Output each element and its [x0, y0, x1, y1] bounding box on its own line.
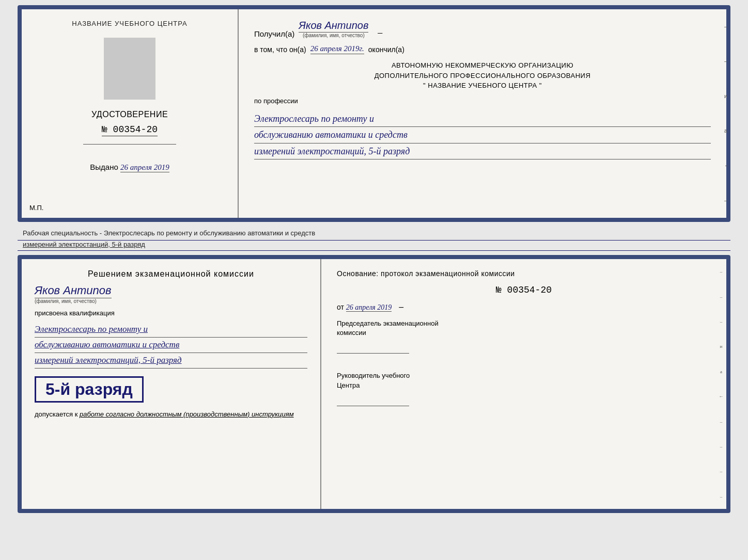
grade-badge: 5-й разряд: [35, 376, 144, 403]
osnovanie-title: Основание: протокол экзаменационной коми…: [337, 269, 711, 278]
institution-block: АВТОНОМНУЮ НЕКОММЕРЧЕСКУЮ ОРГАНИЗАЦИЮ ДО…: [254, 60, 711, 91]
bottom-profession-line3: измерений электростанций, 5-й разряд: [35, 353, 307, 369]
bottom-person-subtitle: (фамилия, имя, отчество): [35, 298, 97, 304]
institution-line2: ДОПОЛНИТЕЛЬНОГО ПРОФЕССИОНАЛЬНОГО ОБРАЗО…: [254, 71, 711, 81]
recipient-name: Яков Антипов: [299, 20, 368, 33]
rukovoditel-line2: Центра: [337, 381, 711, 390]
bottom-profession-line2: обслуживанию автоматики и средств: [35, 338, 307, 353]
side-marks-top: – – и а ← –: [724, 9, 729, 218]
middle-text-block: Рабочая специальность - Электрослесарь п…: [18, 226, 730, 251]
ot-dash: –: [399, 302, 403, 311]
date-value: 26 апреля 2019г.: [310, 44, 364, 54]
institution-line3: " НАЗВАНИЕ УЧЕБНОГО ЦЕНТРА ": [254, 81, 711, 91]
vydano-date: 26 апреля 2019: [120, 163, 169, 172]
bottom-profession-line1: Электрослесарь по ремонту и: [35, 322, 307, 338]
mp-label: М.П.: [29, 204, 43, 212]
resheniem-title: Решением экзаменационной комиссии: [35, 269, 307, 279]
top-right-panel: Получил(а) Яков Антипов (фамилия, имя, о…: [239, 9, 726, 218]
recipient-block: Получил(а) Яков Антипов (фамилия, имя, о…: [254, 20, 711, 38]
dopuskaetsya-label: допускается к: [35, 410, 77, 418]
institution-line1: АВТОНОМНУЮ НЕКОММЕРЧЕСКУЮ ОРГАНИЗАЦИЮ: [254, 60, 711, 71]
bottom-document: Решением экзаменационной комиссии Яков А…: [18, 255, 730, 513]
po-professii-label: по профессии: [254, 97, 711, 105]
photo-placeholder: [104, 38, 155, 100]
top-left-panel: НАЗВАНИЕ УЧЕБНОГО ЦЕНТРА УДОСТОВЕРЕНИЕ №…: [22, 9, 239, 218]
date-prefix: в том, что он(а): [254, 45, 306, 54]
profession-block-bottom: Электрослесарь по ремонту и обслуживанию…: [35, 322, 307, 369]
profession-line2-top: обслуживанию автоматики и средств: [254, 127, 711, 143]
rukovoditel-line1: Руководитель учебного: [337, 371, 711, 380]
recipient-subtitle: (фамилия, имя, отчество): [303, 33, 365, 38]
profession-block-top: Электрослесарь по ремонту и обслуживанию…: [254, 111, 711, 160]
dopuskaetsya-block: допускается к работе согласно должностны…: [35, 410, 307, 418]
cert-number-top: № 00354-20: [102, 124, 158, 136]
vydano-label: Выдано 26 апреля 2019: [90, 163, 169, 171]
bottom-person-name: Яков Антипов: [35, 284, 112, 298]
rukovoditel-block: Руководитель учебного Центра: [337, 371, 711, 406]
bottom-right-panel: Основание: протокол экзаменационной коми…: [321, 259, 726, 509]
predsedatel-line2: комиссии: [337, 328, 711, 338]
ot-date-block: от 26 апреля 2019 –: [337, 302, 711, 312]
bottom-person-block: Яков Антипов (фамилия, имя, отчество): [35, 284, 307, 304]
ot-prefix: от: [337, 303, 344, 311]
top-document: НАЗВАНИЕ УЧЕБНОГО ЦЕНТРА УДОСТОВЕРЕНИЕ №…: [18, 5, 730, 222]
profession-line1-top: Электрослесарь по ремонту и: [254, 111, 711, 127]
predsedatel-line1: Председатель экзаменационной: [337, 319, 711, 328]
date-suffix: окончил(а): [368, 45, 404, 54]
rukovoditel-signature-line: [337, 406, 409, 406]
dopuskaetsya-value: работе согласно должностным (производств…: [80, 410, 294, 418]
predsedatel-signature-line: [337, 353, 409, 354]
protocol-number: № 00354-20: [337, 285, 711, 295]
middle-text-line1: Рабочая специальность - Электрослесарь п…: [18, 226, 730, 241]
profession-line3-top: измерений электростанций, 5-й разряд: [254, 143, 711, 160]
divider-top: [83, 144, 176, 145]
side-marks-bottom: – – – и а ← – – – –: [716, 259, 726, 509]
grade-text: 5-й разряд: [45, 380, 133, 398]
middle-text-line2: измерений электростанций, 5-й разряд: [18, 241, 730, 251]
school-name-top: НАЗВАНИЕ УЧЕБНОГО ЦЕНТРА: [72, 20, 187, 27]
ot-date-value: 26 апреля 2019: [346, 303, 392, 312]
bottom-left-panel: Решением экзаменационной комиссии Яков А…: [22, 259, 321, 509]
recipient-prefix: Получил(а): [254, 29, 294, 38]
predsedatel-block: Председатель экзаменационной комиссии: [337, 319, 711, 354]
date-block: в том, что он(а) 26 апреля 2019г. окончи…: [254, 44, 711, 54]
dash-top: –: [378, 27, 382, 38]
grade-badge-container: 5-й разряд: [35, 376, 307, 403]
udostoverenie-label: УДОСТОВЕРЕНИЕ: [91, 110, 168, 119]
prisvoena-label: присвоена квалификация: [35, 309, 307, 317]
